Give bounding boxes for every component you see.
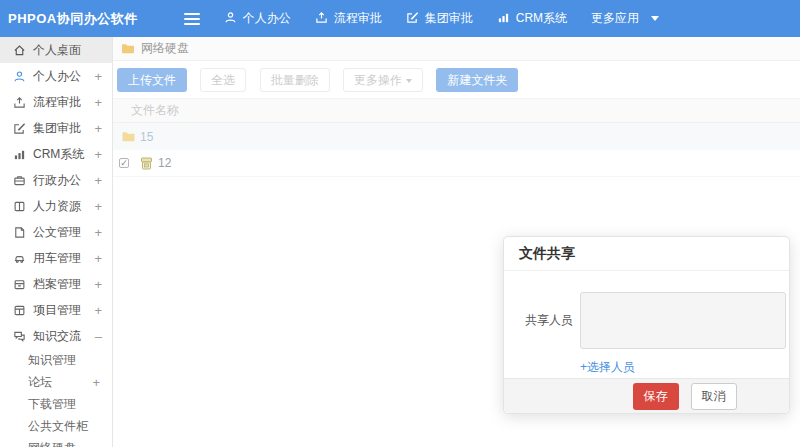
sidebar-subitem-forum[interactable]: 论坛 +: [0, 371, 112, 393]
folder-icon: [121, 130, 136, 143]
sidebar-item-personal-desktop[interactable]: 个人桌面: [0, 37, 112, 63]
sidebar-subitem-label: 论坛: [28, 374, 52, 391]
file-name-column-header: 文件名称: [131, 102, 179, 119]
sidebar-item-label: 公文管理: [33, 224, 90, 241]
sidebar-item-hr[interactable]: 人力资源 +: [0, 193, 112, 219]
sidebar-item-label: 个人桌面: [33, 42, 98, 59]
modal-title: 文件共享: [519, 245, 575, 263]
modal-header: 文件共享: [504, 237, 789, 271]
car-icon: [13, 252, 26, 265]
sidebar-item-admin-office[interactable]: 行政办公 +: [0, 167, 112, 193]
app-window: PHPOA协同办公软件 个人办公 流程审批 集团审批 CRM系统 更多应用: [0, 0, 800, 447]
top-navbar: PHPOA协同办公软件 个人办公 流程审批 集团审批 CRM系统 更多应用: [0, 0, 800, 37]
expand-toggle[interactable]: +: [94, 147, 102, 162]
nav-item-label: CRM系统: [516, 10, 567, 27]
file-share-modal: 文件共享 共享人员 +选择人员 保存 取消: [503, 236, 790, 414]
sidebar-item-archives[interactable]: 档案管理 +: [0, 271, 112, 297]
sidebar-subitem-downloads[interactable]: 下载管理: [0, 393, 112, 415]
sidebar-item-projects[interactable]: 项目管理 +: [0, 297, 112, 323]
sidebar-subitem-label: 知识管理: [28, 352, 76, 369]
breadcrumb-label: 网络硬盘: [141, 40, 189, 57]
batch-delete-button[interactable]: 批量删除: [260, 68, 330, 92]
sidebar-subitem-label: 下载管理: [28, 396, 76, 413]
expand-toggle[interactable]: +: [94, 277, 102, 292]
sidebar: 个人桌面 个人办公 + 流程审批 + 集团审批 + CRM系统 + 行政办公 +: [0, 37, 113, 447]
expand-toggle[interactable]: +: [94, 95, 102, 110]
archive-file-icon: [139, 157, 154, 170]
archive-icon: [13, 278, 26, 291]
caret-down-icon: [651, 16, 659, 21]
sidebar-subitem-label: 网络硬盘: [28, 440, 76, 447]
upload-file-button[interactable]: 上传文件: [117, 68, 187, 92]
approve-upload-icon: [315, 11, 334, 27]
nav-item-label: 更多应用: [591, 10, 639, 27]
file-row-folder-15[interactable]: 15: [113, 123, 800, 150]
share-members-textarea[interactable]: [580, 292, 786, 349]
book-icon: [13, 200, 26, 213]
sidebar-item-label: 人力资源: [33, 198, 90, 215]
app-logo: PHPOA协同办公软件: [0, 10, 138, 28]
nav-item-workflow-approval[interactable]: 流程审批: [315, 10, 382, 27]
file-name-link[interactable]: 12: [158, 156, 171, 170]
sidebar-item-label: 流程审批: [33, 94, 90, 111]
sidebar-item-vehicle[interactable]: 用车管理 +: [0, 245, 112, 271]
sidebar-item-crm[interactable]: CRM系统 +: [0, 141, 112, 167]
project-icon: [13, 304, 26, 317]
expand-toggle[interactable]: +: [94, 225, 102, 240]
sidebar-item-group-approval[interactable]: 集团审批 +: [0, 115, 112, 141]
cancel-button[interactable]: 取消: [691, 383, 737, 410]
sidebar-subitem-network-disk[interactable]: 网络硬盘: [0, 437, 112, 447]
save-button[interactable]: 保存: [633, 383, 679, 410]
document-icon: [13, 226, 26, 239]
sidebar-item-label: 集团审批: [33, 120, 90, 137]
sidebar-subitem-knowledge-mgmt[interactable]: 知识管理: [0, 349, 112, 371]
expand-toggle[interactable]: +: [92, 375, 100, 390]
nav-item-more-apps[interactable]: 更多应用: [591, 10, 659, 27]
home-icon: [13, 44, 26, 57]
row-checkbox[interactable]: ✓: [119, 158, 129, 168]
file-toolbar: 上传文件 全选 批量删除 更多操作 新建文件夹: [113, 61, 800, 98]
select-all-button[interactable]: 全选: [200, 68, 246, 92]
new-folder-button[interactable]: 新建文件夹: [436, 68, 518, 92]
more-actions-button[interactable]: 更多操作: [343, 68, 423, 92]
modal-footer: 保存 取消: [504, 378, 789, 413]
user-icon: [224, 11, 243, 27]
sidebar-item-label: 档案管理: [33, 276, 90, 293]
sidebar-item-label: CRM系统: [33, 146, 90, 163]
nav-item-label: 集团审批: [425, 10, 473, 27]
chat-icon: [13, 330, 26, 343]
share-members-label: 共享人员: [518, 292, 580, 349]
sidebar-item-official-docs[interactable]: 公文管理 +: [0, 219, 112, 245]
expand-toggle[interactable]: +: [94, 303, 102, 318]
breadcrumb: 网络硬盘: [113, 37, 800, 61]
bar-chart-icon: [13, 148, 26, 161]
sidebar-subitem-label: 公共文件柜: [28, 418, 88, 435]
nav-item-group-approval[interactable]: 集团审批: [406, 10, 473, 27]
edit-icon: [13, 122, 26, 135]
nav-item-label: 个人办公: [243, 10, 291, 27]
expand-toggle[interactable]: +: [94, 69, 102, 84]
collapse-toggle[interactable]: –: [95, 329, 102, 344]
choose-members-link[interactable]: +选择人员: [580, 359, 635, 376]
nav-item-crm[interactable]: CRM系统: [497, 10, 567, 27]
sidebar-item-label: 知识交流: [33, 328, 91, 345]
sidebar-item-personal-office[interactable]: 个人办公 +: [0, 63, 112, 89]
sidebar-item-workflow-approval[interactable]: 流程审批 +: [0, 89, 112, 115]
expand-toggle[interactable]: +: [94, 199, 102, 214]
expand-toggle[interactable]: +: [94, 251, 102, 266]
modal-body: 共享人员 +选择人员: [504, 271, 789, 378]
sidebar-item-label: 行政办公: [33, 172, 90, 189]
file-row-file-12[interactable]: ✓ 12: [113, 150, 800, 177]
hamburger-menu-icon[interactable]: [184, 10, 200, 28]
edit-icon: [406, 11, 425, 27]
caret-down-icon: [406, 79, 412, 83]
nav-item-personal-office[interactable]: 个人办公: [224, 10, 291, 27]
briefcase-icon: [13, 174, 26, 187]
file-table-header: 文件名称: [113, 98, 800, 123]
expand-toggle[interactable]: +: [94, 173, 102, 188]
sidebar-item-knowledge[interactable]: 知识交流 –: [0, 323, 112, 349]
sidebar-subitem-public-cabinet[interactable]: 公共文件柜: [0, 415, 112, 437]
top-nav-items: 个人办公 流程审批 集团审批 CRM系统 更多应用: [224, 10, 683, 27]
expand-toggle[interactable]: +: [94, 121, 102, 136]
file-name-link[interactable]: 15: [140, 130, 153, 144]
